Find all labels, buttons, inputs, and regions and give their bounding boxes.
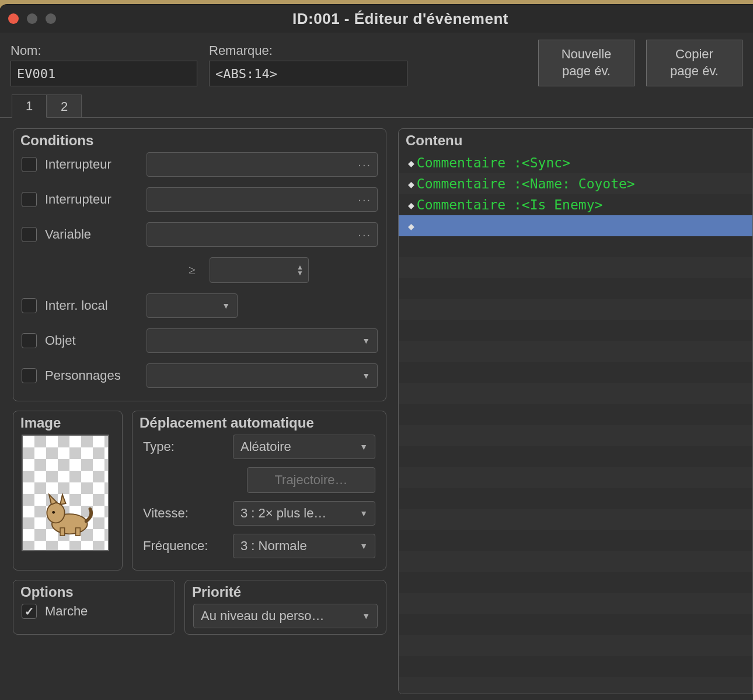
command-line[interactable] — [399, 593, 752, 614]
variable-value-spinner[interactable]: ▲▼ — [210, 257, 309, 283]
item-checkbox[interactable] — [22, 333, 37, 348]
command-line[interactable] — [399, 341, 752, 362]
item-label: Objet — [45, 333, 138, 348]
event-editor-window: ID:001 - Éditeur d'évènement Nom: Remarq… — [0, 5, 753, 700]
command-line[interactable] — [399, 530, 752, 551]
new-page-button[interactable]: Nouvelle page év. — [538, 40, 635, 86]
ge-symbol: ≥ — [189, 262, 196, 278]
command-line[interactable] — [399, 467, 752, 488]
switch2-checkbox[interactable] — [22, 192, 37, 207]
command-line[interactable] — [399, 614, 752, 635]
chevron-down-icon: ▼ — [362, 371, 370, 380]
window-controls — [8, 13, 56, 24]
copy-page-button[interactable]: Copier page év. — [646, 40, 742, 86]
variable-picker[interactable]: ··· — [147, 222, 378, 247]
command-line[interactable] — [399, 425, 752, 446]
command-line[interactable] — [399, 635, 752, 656]
conditions-title: Conditions — [20, 132, 93, 149]
image-group: Image — [13, 411, 123, 570]
window-title: ID:001 - Éditeur d'évènement — [56, 10, 745, 28]
switch1-checkbox[interactable] — [22, 157, 37, 172]
note-field-group: Remarque: — [209, 43, 407, 86]
ellipsis-icon: ··· — [358, 228, 371, 242]
svg-marker-3 — [60, 495, 66, 505]
sprite-picker[interactable] — [22, 435, 109, 551]
priority-value: Au niveau du perso… — [201, 608, 325, 624]
variable-checkbox[interactable] — [22, 227, 37, 242]
command-line[interactable] — [399, 320, 752, 341]
left-column: Conditions Interrupteur ··· Interrupteur… — [13, 118, 386, 700]
mid-row: Image — [13, 411, 386, 570]
speed-value: 3 : 2× plus le… — [240, 506, 326, 521]
page-tabs: 1 2 — [0, 86, 753, 118]
command-line[interactable] — [399, 236, 752, 257]
autonomous-movement-group: Déplacement automatique Type: Aléatoire … — [132, 411, 386, 570]
speed-dropdown[interactable]: 3 : 2× plus le… ▼ — [233, 501, 375, 526]
note-label: Remarque: — [209, 43, 407, 58]
command-line[interactable] — [399, 677, 752, 694]
command-list[interactable]: ◆Commentaire : <Sync>◆Commentaire : <Nam… — [399, 152, 752, 694]
ellipsis-icon: ··· — [358, 193, 371, 206]
comment-key: Commentaire : — [417, 197, 522, 212]
svg-rect-4 — [60, 528, 65, 536]
name-label: Nom: — [11, 43, 197, 58]
close-icon[interactable] — [8, 13, 19, 24]
name-field-group: Nom: — [11, 43, 197, 86]
right-column: Contenu ◆Commentaire : <Sync>◆Commentair… — [398, 118, 753, 700]
actor-checkbox[interactable] — [22, 368, 37, 383]
maximize-icon[interactable] — [46, 13, 56, 24]
comment-value: <Is Enemy> — [522, 197, 602, 212]
ellipsis-icon: ··· — [358, 158, 371, 172]
command-line[interactable]: ◆Commentaire : <Name: Coyote> — [399, 173, 752, 194]
command-line[interactable] — [399, 572, 752, 593]
switch1-picker[interactable]: ··· — [147, 152, 378, 177]
command-line[interactable] — [399, 383, 752, 404]
options-title: Options — [20, 584, 74, 600]
command-line[interactable] — [399, 551, 752, 572]
chevron-down-icon: ▼ — [360, 541, 368, 551]
name-input[interactable] — [11, 61, 197, 86]
svg-point-6 — [52, 511, 55, 514]
self-switch-dropdown[interactable]: ▼ — [147, 293, 238, 318]
command-line[interactable]: ◆ — [399, 215, 752, 236]
priority-dropdown[interactable]: Au niveau du perso… ▼ — [193, 604, 378, 628]
comment-value: <Sync> — [522, 155, 570, 170]
freq-dropdown[interactable]: 3 : Normale ▼ — [233, 534, 375, 558]
switch2-picker[interactable]: ··· — [147, 187, 378, 212]
command-line[interactable] — [399, 362, 752, 383]
tab-2[interactable]: 2 — [47, 94, 82, 118]
comment-key: Commentaire : — [417, 155, 522, 170]
self-switch-checkbox[interactable] — [22, 298, 37, 313]
switch1-label: Interrupteur — [45, 157, 138, 172]
conditions-group: Conditions Interrupteur ··· Interrupteur… — [13, 128, 386, 401]
command-line[interactable] — [399, 257, 752, 278]
command-line[interactable]: ◆Commentaire : <Is Enemy> — [399, 194, 752, 215]
actor-dropdown[interactable]: ▼ — [147, 363, 378, 388]
command-line[interactable] — [399, 404, 752, 425]
tab-1[interactable]: 1 — [12, 94, 47, 118]
command-line[interactable] — [399, 278, 752, 299]
item-dropdown[interactable]: ▼ — [147, 328, 378, 353]
command-line[interactable] — [399, 509, 752, 530]
walk-anim-checkbox[interactable] — [22, 604, 37, 619]
walk-anim-label: Marche — [45, 604, 88, 619]
spinner-arrows-icon: ▲▼ — [297, 264, 304, 276]
command-line[interactable] — [399, 656, 752, 677]
titlebar: ID:001 - Éditeur d'évènement — [0, 5, 753, 33]
command-line[interactable] — [399, 488, 752, 509]
svg-point-1 — [47, 503, 64, 523]
contents-title: Contenu — [406, 132, 462, 149]
chevron-down-icon: ▼ — [360, 442, 368, 452]
self-switch-label: Interr. local — [45, 298, 138, 313]
actor-label: Personnages — [45, 368, 138, 383]
switch2-label: Interrupteur — [45, 192, 138, 207]
command-line[interactable]: ◆Commentaire : <Sync> — [399, 152, 752, 173]
command-line[interactable] — [399, 446, 752, 467]
comment-value: <Name: Coyote> — [522, 176, 635, 191]
movement-type-dropdown[interactable]: Aléatoire ▼ — [233, 435, 375, 459]
minimize-icon[interactable] — [27, 13, 37, 24]
diamond-icon: ◆ — [408, 199, 414, 211]
note-input[interactable] — [209, 61, 407, 86]
priority-group: Priorité Au niveau du perso… ▼ — [184, 580, 386, 635]
command-line[interactable] — [399, 299, 752, 320]
